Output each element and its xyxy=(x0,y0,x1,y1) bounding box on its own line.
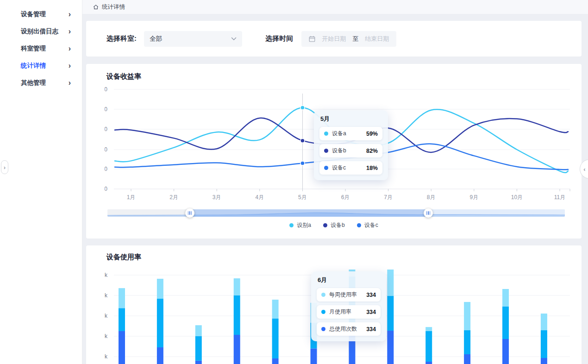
calendar-icon xyxy=(309,36,315,42)
tooltip-row: 设备a 59% xyxy=(319,127,382,140)
chevron-right-icon: › xyxy=(69,28,71,35)
legend-dot-icon xyxy=(323,223,327,227)
svg-text:8月: 8月 xyxy=(427,194,436,201)
filter-bar: 选择科室: 全部 选择时间 开始日期 至 结束日期 xyxy=(86,21,582,56)
svg-text:5月: 5月 xyxy=(298,194,307,201)
sidebar-item-label: 统计详情 xyxy=(21,62,46,70)
sidebar-item-2[interactable]: 科室管理› xyxy=(0,40,82,57)
chevron-right-icon: › xyxy=(69,62,71,69)
tooltip-row-label: 设备a xyxy=(332,130,366,138)
chevron-right-icon: › xyxy=(69,79,71,87)
date-start-placeholder: 开始日期 xyxy=(322,35,346,43)
legend-dot-icon xyxy=(289,223,294,227)
tooltip-row-label: 总使用次数 xyxy=(329,325,366,333)
statistics-detail-page: { "sidebar": { "items": [ {"label": "设备管… xyxy=(0,0,588,364)
sidebar-item-label: 设别出借日志 xyxy=(21,27,58,36)
date-end-placeholder: 结束日期 xyxy=(365,35,389,43)
brush-track[interactable] xyxy=(107,209,565,217)
tooltip-row-label: 每周使用率 xyxy=(329,291,366,299)
tooltip-row: 设备c 18% xyxy=(319,161,382,175)
time-filter-label: 选择时间 xyxy=(265,34,293,43)
breadcrumb-label: 统计详情 xyxy=(102,3,125,11)
usage-chart-title: 设备使用率 xyxy=(106,253,141,262)
legend-item-0[interactable]: 设别a xyxy=(289,221,311,229)
tooltip-row-value: 334 xyxy=(366,326,376,333)
svg-text:1500: 1500 xyxy=(105,126,107,132)
chevron-right-icon: › xyxy=(69,45,71,52)
legend-label: 设备b xyxy=(331,221,345,229)
tooltip-row-label: 设备b xyxy=(332,147,366,155)
svg-text:3000: 3000 xyxy=(105,86,107,93)
date-range-picker[interactable]: 开始日期 至 结束日期 xyxy=(301,31,396,47)
chevron-right-icon: › xyxy=(4,164,6,171)
tooltip-row-label: 设备c xyxy=(332,164,366,172)
dept-filter-label: 选择科室: xyxy=(106,34,137,43)
chevron-left-icon: ‹ xyxy=(583,166,585,173)
sidebar-item-label: 科室管理 xyxy=(21,44,46,53)
tooltip-month: 5月 xyxy=(319,115,382,123)
date-to-label: 至 xyxy=(352,35,358,43)
series-a-dot-icon xyxy=(324,132,328,136)
brush-handle-right[interactable] xyxy=(424,208,433,218)
expand-left-panel-button[interactable]: › xyxy=(1,160,8,174)
legend-dot-icon xyxy=(357,223,361,227)
svg-text:7月: 7月 xyxy=(384,194,393,201)
series-b-dot-icon xyxy=(324,149,328,153)
svg-text:0: 0 xyxy=(105,186,107,192)
svg-text:4月: 4月 xyxy=(255,194,264,201)
legend-label: 设别a xyxy=(297,221,311,229)
tooltip-row: 每周使用率 334 xyxy=(317,288,381,301)
sidebar-item-1[interactable]: 设别出借日志› xyxy=(0,23,82,40)
sidebar-item-4[interactable]: 其他管理› xyxy=(0,74,82,91)
brush-selected-range[interactable] xyxy=(190,209,428,217)
tooltip-row-value: 334 xyxy=(366,309,376,315)
tooltip-row-value: 59% xyxy=(366,131,378,137)
breadcrumb[interactable]: 统计详情 xyxy=(93,3,125,11)
monthly-usage-dot-icon xyxy=(321,310,325,314)
total-usage-dot-icon xyxy=(321,327,325,331)
chevron-down-icon xyxy=(231,37,237,41)
sidebar-item-label: 设备管理 xyxy=(21,10,46,19)
chart-brush-slider[interactable] xyxy=(107,209,565,217)
revenue-chart-card: 设备收益率 050010001500200030001月2月3月4月5月6月7月… xyxy=(86,64,582,238)
tooltip-row: 总使用次数 334 xyxy=(317,322,381,336)
tooltip-row-value: 18% xyxy=(366,165,378,171)
legend-label: 设备c xyxy=(364,221,378,229)
svg-text:2000: 2000 xyxy=(105,106,107,113)
dept-select-value: 全部 xyxy=(150,35,162,43)
svg-text:500: 500 xyxy=(105,166,107,172)
legend-item-1[interactable]: 设备b xyxy=(323,221,345,229)
usage-tooltip: 6月 每周使用率 334 月使用率 334 总使用次数 334 xyxy=(311,271,386,341)
svg-text:11月: 11月 xyxy=(554,194,565,201)
legend-item-2[interactable]: 设备c xyxy=(357,221,378,229)
svg-text:2月: 2月 xyxy=(169,194,178,201)
svg-text:6月: 6月 xyxy=(341,194,350,201)
sidebar: 设备管理›设别出借日志›科室管理›统计详情›其他管理› xyxy=(0,0,82,364)
tooltip-row-label: 月使用率 xyxy=(329,308,366,316)
revenue-chart-title: 设备收益率 xyxy=(106,72,141,81)
svg-text:1.5k: 1.5k xyxy=(105,313,108,319)
home-icon xyxy=(93,4,99,10)
dept-select[interactable]: 全部 xyxy=(144,31,242,47)
revenue-chart-legend: 设别a设备b设备c xyxy=(86,221,582,229)
series-c-dot-icon xyxy=(324,166,328,170)
sidebar-item-0[interactable]: 设备管理› xyxy=(0,6,82,23)
svg-text:9月: 9月 xyxy=(469,194,478,201)
revenue-tooltip: 5月 设备a 59% 设备b 82% 设备c 18% xyxy=(314,110,388,180)
sidebar-item-3[interactable]: 统计详情› xyxy=(0,57,82,74)
svg-text:2.0k: 2.0k xyxy=(105,292,108,299)
usage-chart-card: 设备使用率 0.5k1.0k1.5k2.0k2.5k 6月 每周使用率 334 … xyxy=(86,245,582,364)
tooltip-row: 月使用率 334 xyxy=(317,305,381,319)
svg-text:2.5k: 2.5k xyxy=(105,272,108,278)
brush-handle-left[interactable] xyxy=(185,208,194,218)
svg-text:0.5k: 0.5k xyxy=(105,353,108,360)
svg-text:1000: 1000 xyxy=(105,146,107,153)
svg-text:1月: 1月 xyxy=(127,194,136,201)
chevron-right-icon: › xyxy=(69,11,71,18)
svg-text:10月: 10月 xyxy=(511,194,523,201)
svg-text:1.0k: 1.0k xyxy=(105,333,108,339)
tooltip-row-value: 82% xyxy=(366,148,378,154)
tooltip-row-value: 334 xyxy=(366,292,376,298)
topbar: 统计详情 xyxy=(82,0,588,14)
tooltip-row: 设备b 82% xyxy=(319,144,382,157)
